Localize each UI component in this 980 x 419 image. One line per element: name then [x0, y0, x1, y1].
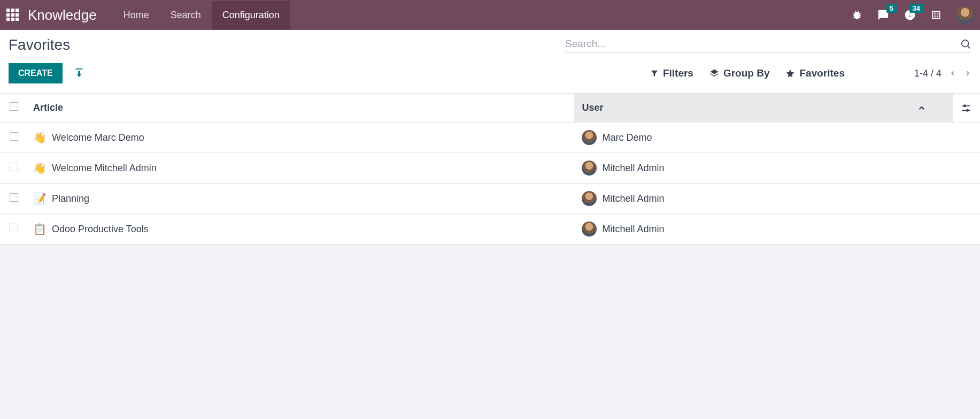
- debug-icon[interactable]: [852, 10, 862, 20]
- user-name: Mitchell Admin: [602, 224, 664, 235]
- row-checkbox-cell: [0, 153, 26, 184]
- column-settings-header: [953, 94, 980, 123]
- nav-links: Home Search Configuration: [113, 1, 290, 29]
- pager: 1-4 / 4: [914, 67, 971, 79]
- row-checkbox[interactable]: [10, 132, 18, 141]
- article-emoji: 📝: [33, 192, 47, 205]
- sliders-icon[interactable]: [961, 103, 973, 113]
- user-avatar-small: [582, 191, 597, 206]
- activities-icon[interactable]: 34: [904, 9, 916, 21]
- search-input[interactable]: [565, 38, 960, 50]
- app-brand[interactable]: Knowledge: [28, 7, 97, 24]
- article-cell[interactable]: 👋 Welcome Marc Demo: [26, 123, 574, 153]
- nav-link-search[interactable]: Search: [160, 1, 212, 29]
- row-checkbox-cell: [0, 184, 26, 214]
- article-title: Planning: [52, 193, 89, 204]
- article-emoji: 👋: [33, 162, 47, 174]
- column-header-article[interactable]: Article: [26, 94, 574, 123]
- user-avatar[interactable]: [956, 6, 974, 24]
- control-panel: Favorites CREATE Filters Group By: [0, 30, 980, 94]
- star-icon: [785, 68, 795, 78]
- select-all-header: [0, 94, 26, 123]
- row-checkbox[interactable]: [10, 163, 18, 171]
- import-icon[interactable]: [73, 67, 85, 79]
- table-row[interactable]: 👋 Welcome Mitchell Admin Mitchell Admin: [0, 153, 980, 184]
- filters-button[interactable]: Filters: [650, 67, 693, 79]
- pager-prev-icon[interactable]: [949, 67, 956, 79]
- article-title: Welcome Mitchell Admin: [52, 163, 157, 174]
- row-checkbox[interactable]: [10, 193, 18, 202]
- user-avatar-small: [582, 161, 597, 176]
- svg-point-3: [964, 105, 966, 106]
- table-row[interactable]: 👋 Welcome Marc Demo Marc Demo: [0, 123, 980, 153]
- article-emoji: 👋: [33, 131, 47, 144]
- table-row[interactable]: 📋 Odoo Productive Tools Mitchell Admin: [0, 214, 980, 245]
- select-all-checkbox[interactable]: [10, 102, 18, 111]
- nav-link-configuration[interactable]: Configuration: [212, 1, 290, 29]
- favorites-button[interactable]: Favorites: [785, 67, 844, 79]
- article-title: Odoo Productive Tools: [52, 224, 149, 235]
- row-checkbox-cell: [0, 214, 26, 245]
- funnel-icon: [650, 69, 659, 78]
- filters-label: Filters: [663, 67, 693, 79]
- list-view: Article User 👋 W: [0, 94, 980, 245]
- pager-text[interactable]: 1-4 / 4: [914, 68, 942, 79]
- nav-right: 5 34: [852, 6, 974, 24]
- svg-point-5: [967, 109, 968, 111]
- pager-next-icon[interactable]: [964, 67, 971, 79]
- user-cell[interactable]: Mitchell Admin: [574, 184, 980, 214]
- groupby-button[interactable]: Group By: [709, 67, 770, 79]
- user-cell[interactable]: Mitchell Admin: [574, 153, 980, 184]
- layers-icon: [709, 68, 719, 78]
- user-name: Mitchell Admin: [602, 163, 664, 174]
- messages-badge: 5: [886, 4, 897, 13]
- row-checkbox[interactable]: [10, 224, 18, 232]
- svg-point-1: [962, 40, 969, 47]
- messages-icon[interactable]: 5: [877, 9, 889, 21]
- user-avatar-small: [582, 130, 597, 145]
- search-box: [565, 38, 971, 52]
- article-cell[interactable]: 📋 Odoo Productive Tools: [26, 214, 574, 245]
- article-cell[interactable]: 👋 Welcome Mitchell Admin: [26, 153, 574, 184]
- nav-link-home[interactable]: Home: [113, 1, 160, 29]
- user-name: Marc Demo: [602, 132, 652, 143]
- companies-icon[interactable]: [931, 9, 942, 21]
- chevron-up-icon: [917, 103, 927, 113]
- table-row[interactable]: 📝 Planning Mitchell Admin: [0, 184, 980, 214]
- breadcrumb: Favorites: [9, 36, 70, 54]
- row-checkbox-cell: [0, 123, 26, 153]
- create-button[interactable]: CREATE: [9, 63, 63, 83]
- navbar: Knowledge Home Search Configuration 5 34: [0, 0, 980, 30]
- user-name: Mitchell Admin: [602, 193, 664, 204]
- user-avatar-small: [582, 222, 597, 237]
- groupby-label: Group By: [723, 67, 770, 79]
- search-icon[interactable]: [960, 38, 971, 50]
- favorites-label: Favorites: [799, 67, 844, 79]
- column-header-user[interactable]: User: [574, 94, 953, 123]
- user-cell[interactable]: Marc Demo: [574, 123, 980, 153]
- article-title: Welcome Marc Demo: [52, 132, 144, 143]
- user-cell[interactable]: Mitchell Admin: [574, 214, 980, 245]
- article-cell[interactable]: 📝 Planning: [26, 184, 574, 214]
- apps-menu-icon[interactable]: [6, 9, 19, 21]
- activities-badge: 34: [909, 4, 923, 13]
- article-emoji: 📋: [33, 223, 47, 235]
- column-header-user-label: User: [582, 102, 603, 113]
